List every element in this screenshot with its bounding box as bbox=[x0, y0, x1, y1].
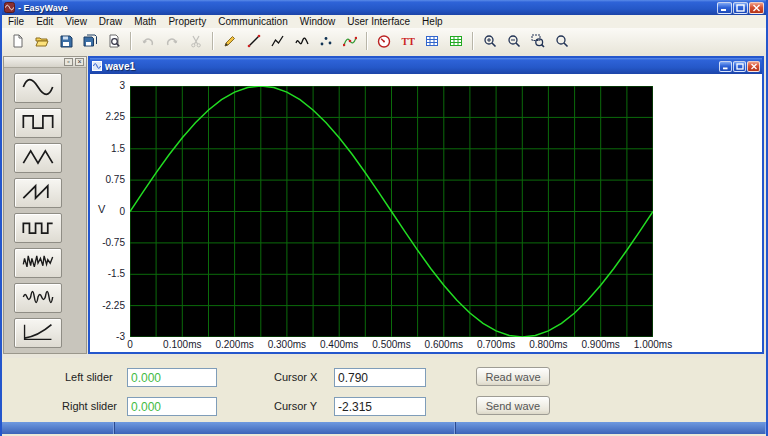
wave1-maximize-button[interactable] bbox=[733, 61, 746, 72]
triangle-wave-button[interactable] bbox=[14, 143, 62, 173]
zoom-in-icon bbox=[483, 34, 497, 48]
close-button[interactable] bbox=[749, 2, 764, 14]
panel-close-button[interactable]: × bbox=[75, 58, 84, 66]
draw-points-button[interactable] bbox=[315, 30, 337, 52]
app-icon bbox=[4, 2, 15, 13]
arbitrary-wave-button[interactable] bbox=[14, 283, 62, 313]
line-icon bbox=[247, 34, 261, 48]
square-wave-button[interactable] bbox=[14, 108, 62, 138]
points-icon bbox=[319, 34, 333, 48]
right-slider-input[interactable] bbox=[127, 397, 217, 416]
toolbar: TT bbox=[2, 28, 766, 55]
menu-math[interactable]: Math bbox=[128, 15, 162, 28]
read-wave-button[interactable]: Read wave bbox=[476, 367, 550, 386]
new-button[interactable] bbox=[7, 30, 29, 52]
y-tick-label: 1.5 bbox=[90, 143, 125, 154]
square-wave-icon bbox=[20, 111, 56, 133]
draw-freehand-button[interactable] bbox=[291, 30, 313, 52]
panel-title-bar: ▫ × bbox=[4, 57, 86, 68]
wave1-close-button[interactable] bbox=[747, 61, 760, 72]
zoom-window-icon bbox=[531, 34, 545, 48]
save-all-icon bbox=[83, 34, 97, 48]
polyline-icon bbox=[271, 34, 285, 48]
x-tick-label: 0.500ms bbox=[362, 339, 422, 350]
cursor-y-input[interactable] bbox=[334, 397, 426, 416]
x-tick-label: 0.800ms bbox=[518, 339, 578, 350]
close-icon bbox=[752, 4, 761, 12]
interpolate-button[interactable] bbox=[339, 30, 361, 52]
grid-button[interactable] bbox=[421, 30, 443, 52]
cut-icon bbox=[189, 34, 203, 48]
x-axis-labels: 00.100ms0.200ms0.300ms0.400ms0.500ms0.60… bbox=[90, 339, 766, 351]
maximize-button[interactable] bbox=[733, 2, 748, 14]
exp-wave-button[interactable] bbox=[14, 318, 62, 348]
menu-help[interactable]: Help bbox=[416, 15, 449, 28]
x-tick-label: 0 bbox=[100, 339, 160, 350]
status-segment bbox=[456, 422, 766, 434]
minimize-icon bbox=[720, 4, 729, 12]
zoom-reset-icon bbox=[555, 34, 569, 48]
save-button[interactable] bbox=[55, 30, 77, 52]
draw-pencil-button[interactable] bbox=[219, 30, 241, 52]
toolbar-separator bbox=[472, 32, 474, 50]
toolbar-separator bbox=[366, 32, 368, 50]
menu-draw[interactable]: Draw bbox=[93, 15, 128, 28]
menu-bar: FileEditViewDrawMathPropertyCommunicatio… bbox=[2, 15, 766, 29]
cursor-x-input[interactable] bbox=[334, 368, 426, 387]
left-slider-input[interactable] bbox=[127, 368, 217, 387]
table-icon bbox=[449, 34, 463, 48]
cut-button bbox=[185, 30, 207, 52]
zoom-in-button[interactable] bbox=[479, 30, 501, 52]
menu-edit[interactable]: Edit bbox=[30, 15, 59, 28]
minimize-button[interactable] bbox=[717, 2, 732, 14]
undo-icon bbox=[141, 34, 155, 48]
redo-button bbox=[161, 30, 183, 52]
grid-icon bbox=[425, 34, 439, 48]
noise-wave-button[interactable] bbox=[14, 248, 62, 278]
draw-polyline-button[interactable] bbox=[267, 30, 289, 52]
menu-communication[interactable]: Communication bbox=[212, 15, 293, 28]
pulse-wave-icon bbox=[20, 216, 56, 238]
zoom-window-button[interactable] bbox=[527, 30, 549, 52]
cursor-y-label: Cursor Y bbox=[274, 400, 317, 412]
redo-icon bbox=[165, 34, 179, 48]
panel-float-button[interactable]: ▫ bbox=[64, 58, 73, 66]
open-icon bbox=[35, 34, 49, 48]
sine-wave-button[interactable] bbox=[14, 73, 62, 103]
y-tick-label: -2.25 bbox=[90, 300, 125, 311]
minimize-icon bbox=[722, 63, 730, 70]
easywave-window: - EasyWave FileEditViewDrawMathPropertyC… bbox=[0, 0, 768, 436]
mdi-area: ▫ × wave1 bbox=[2, 54, 766, 358]
wave1-title-bar[interactable]: wave1 bbox=[90, 58, 762, 74]
wave1-minimize-button[interactable] bbox=[719, 61, 732, 72]
gauge-button[interactable] bbox=[373, 30, 395, 52]
table-button[interactable] bbox=[445, 30, 467, 52]
menu-view[interactable]: View bbox=[59, 15, 93, 28]
draw-line-button[interactable] bbox=[243, 30, 265, 52]
y-tick-label: 2.25 bbox=[90, 111, 125, 122]
menu-file[interactable]: File bbox=[2, 15, 30, 28]
save-all-button[interactable] bbox=[79, 30, 101, 52]
print-preview-button[interactable] bbox=[103, 30, 125, 52]
menu-user-interface[interactable]: User Interface bbox=[341, 15, 416, 28]
menu-property[interactable]: Property bbox=[162, 15, 212, 28]
text-button[interactable]: TT bbox=[397, 30, 419, 52]
x-tick-label: 0.100ms bbox=[152, 339, 212, 350]
open-button[interactable] bbox=[31, 30, 53, 52]
waveform-plot[interactable] bbox=[130, 86, 653, 337]
maximize-icon bbox=[736, 4, 745, 12]
wave1-window: wave1 V 32.251.50.750-0.75-1.5-2.25-3 bbox=[88, 56, 764, 354]
zoom-out-button[interactable] bbox=[503, 30, 525, 52]
title-bar[interactable]: - EasyWave bbox=[2, 0, 766, 15]
y-axis-labels: 32.251.50.750-0.75-1.5-2.25-3 bbox=[90, 74, 127, 352]
close-icon bbox=[750, 63, 758, 70]
menu-window[interactable]: Window bbox=[294, 15, 342, 28]
status-segment bbox=[115, 422, 456, 434]
status-bar bbox=[2, 422, 766, 434]
zoom-reset-button[interactable] bbox=[551, 30, 573, 52]
send-wave-button[interactable]: Send wave bbox=[476, 396, 550, 415]
ramp-wave-button[interactable] bbox=[14, 178, 62, 208]
x-tick-label: 0.900ms bbox=[571, 339, 631, 350]
pulse-wave-button[interactable] bbox=[14, 213, 62, 243]
control-panel: Left slider Right slider Cursor X Cursor… bbox=[2, 358, 766, 422]
